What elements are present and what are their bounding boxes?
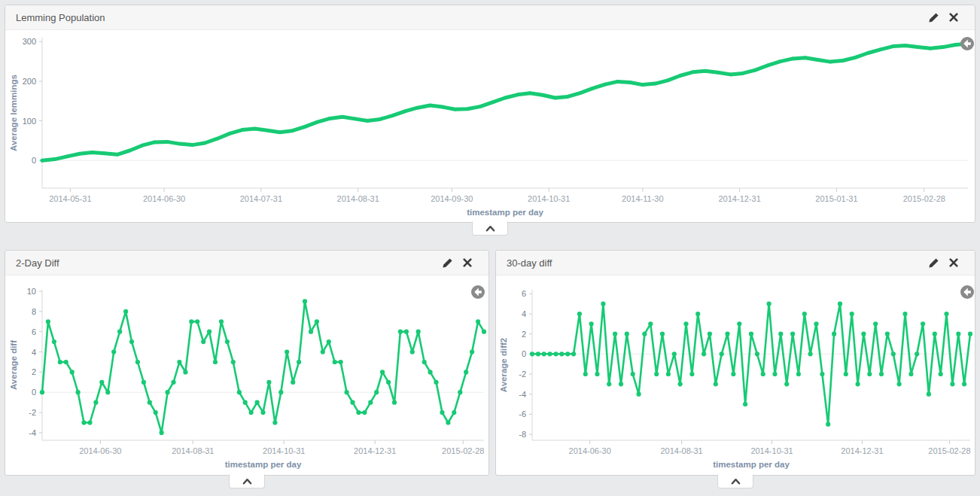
chart-area: 01002003002014-05-312014-06-302014-07-31…	[5, 30, 975, 223]
svg-text:2015-02-28: 2015-02-28	[903, 194, 945, 203]
svg-text:2014-06-30: 2014-06-30	[143, 194, 185, 203]
panel-header: 30-day diff	[496, 251, 975, 275]
x-axis-ticks: 2014-06-302014-08-312014-10-312014-12-31…	[79, 440, 484, 455]
svg-text:2014-10-31: 2014-10-31	[263, 446, 305, 455]
svg-text:10: 10	[27, 287, 36, 296]
svg-text:2015-02-28: 2015-02-28	[928, 446, 970, 455]
x-axis-title: timestamp per day	[713, 460, 790, 469]
x-axis-ticks: 2014-05-312014-06-302014-07-312014-08-31…	[49, 188, 945, 203]
close-icon[interactable]	[949, 13, 958, 22]
edit-pencil-icon[interactable]	[442, 257, 453, 269]
svg-text:2014-06-30: 2014-06-30	[569, 446, 611, 455]
svg-text:2014-12-31: 2014-12-31	[841, 446, 883, 455]
svg-text:2014-06-30: 2014-06-30	[79, 446, 121, 455]
y-axis-ticks: 6420-2-4-6-8	[519, 289, 532, 439]
reset-zoom-icon[interactable]	[960, 285, 975, 300]
svg-text:-4: -4	[29, 428, 36, 437]
close-icon[interactable]	[949, 258, 958, 267]
svg-text:2015-02-28: 2015-02-28	[442, 446, 484, 455]
svg-text:8: 8	[32, 307, 36, 316]
svg-text:2014-10-31: 2014-10-31	[528, 194, 570, 203]
chart-canvas-lemming-population[interactable]: 01002003002014-05-312014-06-302014-07-31…	[5, 30, 975, 223]
y-axis-title: Average diff2	[499, 338, 508, 392]
chart-area: 6420-2-4-6-82014-06-302014-08-312014-10-…	[496, 275, 975, 476]
svg-text:2014-12-31: 2014-12-31	[354, 446, 396, 455]
svg-text:-2: -2	[519, 370, 526, 379]
svg-text:2014-12-31: 2014-12-31	[719, 194, 761, 203]
svg-text:2014-08-31: 2014-08-31	[172, 446, 214, 455]
svg-text:100: 100	[23, 117, 36, 126]
svg-text:2014-09-30: 2014-09-30	[431, 194, 473, 203]
svg-text:0: 0	[522, 349, 526, 358]
panel-2-day-diff: 2-Day Diff 1086420-2-42014-06-302014-08-…	[5, 250, 489, 476]
row-collapse-tab[interactable]	[717, 474, 753, 488]
series-line	[532, 304, 970, 424]
chart-area: 1086420-2-42014-06-302014-08-312014-10-3…	[5, 275, 488, 476]
svg-text:-8: -8	[519, 430, 526, 439]
edit-pencil-icon[interactable]	[928, 12, 939, 23]
svg-text:-6: -6	[519, 409, 526, 418]
panel-30-day-diff: 30-day diff 6420-2-4-6-82014-06-302014-0…	[495, 250, 975, 476]
panel-title: 30-day diff	[507, 257, 918, 269]
svg-text:2015-01-31: 2015-01-31	[815, 194, 857, 203]
y-axis-ticks: 0100200300	[23, 37, 42, 165]
reset-zoom-icon[interactable]	[960, 36, 975, 51]
close-icon[interactable]	[463, 258, 472, 267]
chart-canvas-2-day-diff[interactable]: 1086420-2-42014-06-302014-08-312014-10-3…	[5, 275, 488, 476]
svg-text:300: 300	[23, 37, 36, 46]
panel-title: 2-Day Diff	[16, 257, 432, 269]
edit-pencil-icon[interactable]	[928, 257, 939, 269]
svg-text:0: 0	[32, 156, 36, 165]
svg-text:6: 6	[32, 327, 36, 336]
chart-canvas-30-day-diff[interactable]: 6420-2-4-6-82014-06-302014-08-312014-10-…	[496, 275, 975, 476]
svg-text:2: 2	[522, 330, 526, 339]
reset-zoom-icon[interactable]	[470, 285, 485, 300]
dashboard: Lemming Population 01002003002014-05-312…	[0, 0, 980, 496]
svg-text:-2: -2	[29, 408, 36, 417]
svg-text:0: 0	[32, 388, 36, 397]
chevron-up-icon	[485, 225, 495, 232]
svg-text:2014-08-31: 2014-08-31	[660, 446, 702, 455]
svg-text:2014-05-31: 2014-05-31	[49, 194, 91, 203]
svg-text:2014-11-30: 2014-11-30	[622, 194, 663, 203]
svg-text:2014-08-31: 2014-08-31	[337, 194, 379, 203]
chevron-up-icon	[242, 478, 252, 485]
y-axis-ticks: 1086420-2-4	[27, 287, 42, 437]
chevron-up-icon	[731, 478, 741, 485]
x-axis-title: timestamp per day	[467, 208, 543, 217]
x-axis-title: timestamp per day	[225, 460, 302, 469]
panel-lemming-population: Lemming Population 01002003002014-05-312…	[5, 5, 975, 223]
row-collapse-tab[interactable]	[472, 221, 508, 236]
y-axis-title: Average lemmings	[9, 75, 18, 151]
y-axis-title: Average diff	[9, 340, 18, 390]
svg-text:2014-07-31: 2014-07-31	[240, 194, 282, 203]
svg-text:200: 200	[23, 77, 36, 86]
svg-text:6: 6	[522, 289, 526, 298]
series-points	[40, 299, 486, 435]
row-collapse-tab[interactable]	[229, 474, 265, 488]
x-axis-ticks: 2014-06-302014-08-312014-10-312014-12-31…	[569, 440, 971, 455]
svg-text:2: 2	[32, 367, 36, 376]
panel-header: Lemming Population	[5, 5, 975, 30]
svg-text:4: 4	[32, 348, 36, 357]
svg-text:-4: -4	[519, 390, 526, 399]
svg-text:4: 4	[522, 309, 526, 318]
panel-title: Lemming Population	[16, 12, 918, 23]
panel-header: 2-Day Diff	[5, 251, 488, 275]
svg-text:2014-10-31: 2014-10-31	[750, 446, 793, 455]
